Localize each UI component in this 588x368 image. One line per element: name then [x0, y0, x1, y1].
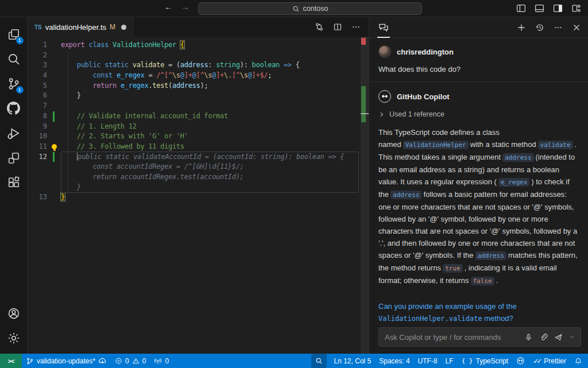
code-line[interactable]: 4 const e_regex = /^[^\s@]+@[^\s@]+\.[^\… — [28, 71, 369, 81]
used-references-toggle[interactable]: Used 1 reference — [378, 110, 579, 118]
activity-explorer[interactable]: 1 — [0, 22, 28, 47]
braces-icon: { } — [462, 357, 473, 365]
copilot-status-item[interactable] — [512, 354, 529, 368]
branch-item[interactable]: validation-updates* — [22, 354, 111, 368]
assistant-name: GitHub Copilot — [397, 92, 450, 101]
open-changes-icon[interactable] — [315, 22, 324, 32]
activity-bar: 1 1 — [0, 17, 28, 354]
code-line[interactable]: 11 // 3. Followed by 11 digits — [28, 142, 369, 152]
code-line[interactable]: 9 // 1. Length 12 — [28, 122, 369, 132]
code-line[interactable]: const accountIdRegex = /^[GH]\d{11}$/; — [28, 162, 369, 172]
chevron-right-icon — [378, 111, 385, 118]
settings-button[interactable] — [0, 326, 28, 350]
code-line[interactable]: 3 public static validate = (address: str… — [28, 60, 369, 71]
more-actions-icon[interactable] — [351, 22, 361, 32]
search-value: contoso — [303, 5, 328, 13]
activity-source-control[interactable]: 1 — [0, 71, 28, 96]
encoding-item[interactable]: UTF-8 — [414, 354, 442, 368]
activity-github[interactable] — [0, 96, 28, 121]
code-editor[interactable]: 1export class ValidationHelper {23 publi… — [28, 37, 369, 354]
back-button[interactable]: ← — [164, 2, 173, 11]
copilot-avatar — [378, 90, 391, 103]
formatter-item[interactable]: ✓✓ Prettier — [529, 354, 570, 368]
more-actions-icon[interactable] — [554, 23, 563, 32]
notifications-bell[interactable] — [570, 354, 588, 368]
inline-code-chip: address — [390, 191, 421, 199]
attach-icon[interactable] — [539, 333, 548, 342]
inline-mono: ValidationHelper.validate — [378, 315, 482, 323]
code-line[interactable]: 6 } — [28, 91, 369, 101]
indentation-item[interactable]: Spaces: 4 — [375, 354, 413, 368]
activity-remote-explorer[interactable] — [0, 145, 28, 170]
command-center-search[interactable]: contoso — [198, 2, 422, 15]
line-number: 2 — [28, 51, 51, 61]
code-line[interactable]: 1export class ValidationHelper { — [28, 40, 369, 51]
code-line[interactable]: 12 public static validateAccountId = (ac… — [28, 152, 369, 162]
code-line[interactable]: return accountIdRegex.test(accountId); — [28, 172, 369, 183]
code-line[interactable]: } — [28, 183, 369, 193]
chevron-down-icon[interactable] — [569, 334, 575, 340]
unsaved-changes-dot[interactable] — [121, 25, 126, 30]
status-bar: >< validation-updates* 0 0 0 Ln 12, Col … — [0, 354, 588, 368]
tab-validationhelper-ts[interactable]: TS validationHelper.ts M — [28, 17, 134, 37]
close-icon[interactable] — [572, 23, 581, 32]
user-avatar — [378, 45, 391, 58]
lightbulb-icon[interactable] — [52, 144, 57, 149]
code-line[interactable]: 10 // 2. Starts with 'G' or 'H' — [28, 131, 369, 142]
code-line[interactable]: 8 // Validate internal account_id format — [28, 111, 369, 122]
history-nav: ← → — [164, 2, 189, 11]
line-number: 4 — [28, 71, 51, 81]
title-bar: ← → contoso — [0, 0, 588, 17]
code-lines: 1export class ValidationHelper {23 publi… — [28, 37, 369, 203]
search-icon — [315, 357, 323, 365]
split-editor-icon[interactable] — [333, 22, 342, 32]
code-line[interactable]: 7 — [28, 101, 369, 111]
vscode-window: ← → contoso 1 1 — [0, 0, 588, 368]
account-icon — [7, 307, 21, 320]
git-branch-icon — [26, 357, 34, 365]
language-mode-item[interactable]: { } TypeScript — [458, 354, 513, 368]
microphone-icon[interactable] — [524, 333, 533, 342]
toggle-secondary-sidebar-icon[interactable] — [553, 3, 563, 13]
chat-input-box[interactable] — [378, 327, 581, 347]
editor-scrollbar[interactable] — [361, 37, 369, 354]
inline-code-chip: false — [471, 277, 494, 285]
search-icon — [7, 52, 21, 66]
toggle-primary-sidebar-icon[interactable] — [516, 3, 526, 13]
code-line[interactable]: 2 — [28, 51, 369, 61]
used-references-label: Used 1 reference — [389, 110, 444, 118]
editor-group: TS validationHelper.ts M 1export class V… — [28, 17, 369, 354]
ports-item[interactable]: 0 — [150, 354, 173, 368]
problems-item[interactable]: 0 0 — [111, 354, 150, 368]
error-icon — [115, 357, 122, 365]
account-button[interactable] — [0, 301, 28, 326]
line-number: 13 — [28, 192, 51, 203]
new-chat-icon[interactable] — [517, 23, 526, 32]
chat-input[interactable] — [385, 333, 517, 342]
overlapping-squares-icon — [7, 151, 21, 165]
history-icon[interactable] — [535, 23, 544, 32]
eol-item[interactable]: LF — [442, 354, 458, 368]
inline-code-chip: e_regex — [498, 178, 529, 187]
activity-extensions[interactable] — [0, 170, 28, 195]
customize-layout-icon[interactable] — [571, 3, 581, 13]
inline-code-chip: ValidationHelper — [403, 141, 469, 149]
error-count: 0 — [125, 357, 129, 365]
status-search-item[interactable] — [311, 354, 327, 368]
forward-button[interactable]: → — [181, 2, 189, 11]
inline-code-chip: true — [443, 264, 463, 273]
send-icon[interactable] — [554, 333, 563, 342]
remote-indicator[interactable]: >< — [0, 354, 22, 368]
followup-suggestion-link[interactable]: Can you provide an example usage of the … — [378, 300, 579, 325]
editor-actions — [315, 17, 369, 37]
double-check-icon: ✓✓ — [533, 357, 540, 365]
activity-run-debug[interactable] — [0, 121, 28, 145]
layout-controls — [516, 3, 581, 13]
branch-name: validation-updates* — [37, 357, 95, 365]
activity-search[interactable] — [0, 47, 28, 71]
code-line[interactable]: 5 return e_regex.test(address); — [28, 81, 369, 91]
code-line[interactable]: 13} — [28, 192, 369, 203]
chat-tab[interactable] — [376, 17, 391, 38]
toggle-panel-icon[interactable] — [535, 3, 544, 13]
cursor-position-item[interactable]: Ln 12, Col 5 — [330, 354, 376, 368]
